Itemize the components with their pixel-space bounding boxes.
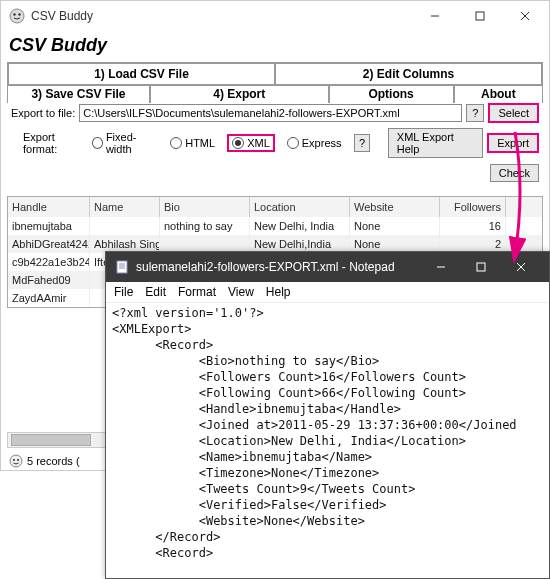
col-bio[interactable]: Bio — [160, 197, 250, 217]
notepad-menubar: File Edit Format View Help — [106, 282, 549, 303]
notepad-icon — [114, 259, 130, 275]
export-button[interactable]: Export — [487, 133, 539, 153]
app-heading: CSV Buddy — [9, 35, 541, 56]
tab-row-2: 3) Save CSV File 4) Export Options About — [7, 86, 543, 103]
menu-format[interactable]: Format — [178, 285, 216, 299]
select-button[interactable]: Select — [488, 103, 539, 123]
status-text: 5 records ( — [27, 455, 80, 467]
col-handle[interactable]: Handle — [8, 197, 90, 217]
tab-save-csv[interactable]: 3) Save CSV File — [7, 86, 150, 103]
status-icon — [9, 454, 23, 468]
radio-fixed-width[interactable]: Fixed-width — [92, 131, 159, 155]
window-title: CSV Buddy — [31, 9, 412, 23]
export-format-label: Export format: — [23, 131, 88, 155]
svg-point-0 — [10, 9, 24, 23]
tab-options[interactable]: Options — [329, 86, 454, 103]
svg-point-7 — [10, 455, 22, 467]
svg-point-8 — [13, 459, 15, 461]
export-path-input[interactable] — [79, 104, 462, 122]
menu-file[interactable]: File — [114, 285, 133, 299]
help-icon[interactable]: ? — [466, 104, 484, 122]
col-location[interactable]: Location — [250, 197, 350, 217]
menu-view[interactable]: View — [228, 285, 254, 299]
radio-fixed-width-label: Fixed-width — [106, 131, 158, 155]
maximize-button[interactable] — [457, 2, 502, 30]
tab-export[interactable]: 4) Export — [150, 86, 329, 103]
export-to-label: Export to file: — [11, 107, 75, 119]
radio-html[interactable]: HTML — [170, 137, 215, 149]
radio-xml-label: XML — [247, 137, 270, 149]
xml-export-help-button[interactable]: XML Export Help — [388, 128, 483, 158]
svg-point-2 — [18, 13, 20, 15]
col-website[interactable]: Website — [350, 197, 440, 217]
table-row[interactable]: ibnemujtaba nothing to say New Delhi, In… — [8, 217, 542, 235]
tab-row-1: 1) Load CSV File 2) Edit Columns — [7, 62, 543, 86]
tab-about[interactable]: About — [454, 86, 543, 103]
app-icon — [9, 8, 25, 24]
radio-xml[interactable]: XML — [227, 134, 275, 152]
notepad-content[interactable]: <?xml version='1.0'?> <XMLExport> <Recor… — [106, 303, 549, 563]
svg-rect-4 — [476, 12, 484, 20]
titlebar: CSV Buddy — [1, 1, 549, 31]
svg-rect-15 — [477, 263, 485, 271]
table-header: Handle Name Bio Location Website Followe… — [8, 197, 542, 217]
notepad-window: sulemanelahi2-followers-EXPORT.xml - Not… — [105, 251, 550, 579]
svg-point-1 — [13, 13, 15, 15]
notepad-titlebar: sulemanelahi2-followers-EXPORT.xml - Not… — [106, 252, 549, 282]
notepad-title: sulemanelahi2-followers-EXPORT.xml - Not… — [136, 260, 421, 274]
radio-express[interactable]: Express — [287, 137, 342, 149]
notepad-minimize-button[interactable] — [421, 252, 461, 282]
help-icon-2[interactable]: ? — [354, 134, 371, 152]
col-name[interactable]: Name — [90, 197, 160, 217]
menu-edit[interactable]: Edit — [145, 285, 166, 299]
notepad-close-button[interactable] — [501, 252, 541, 282]
close-button[interactable] — [502, 2, 547, 30]
minimize-button[interactable] — [412, 2, 457, 30]
svg-point-9 — [17, 459, 19, 461]
radio-html-label: HTML — [185, 137, 215, 149]
notepad-maximize-button[interactable] — [461, 252, 501, 282]
check-button[interactable]: Check — [490, 164, 539, 182]
tab-load-csv[interactable]: 1) Load CSV File — [8, 63, 275, 85]
svg-rect-10 — [117, 261, 127, 273]
scrollbar-thumb[interactable] — [11, 434, 91, 446]
tab-edit-columns[interactable]: 2) Edit Columns — [275, 63, 542, 85]
menu-help[interactable]: Help — [266, 285, 291, 299]
col-followers[interactable]: Followers — [440, 197, 506, 217]
radio-express-label: Express — [302, 137, 342, 149]
